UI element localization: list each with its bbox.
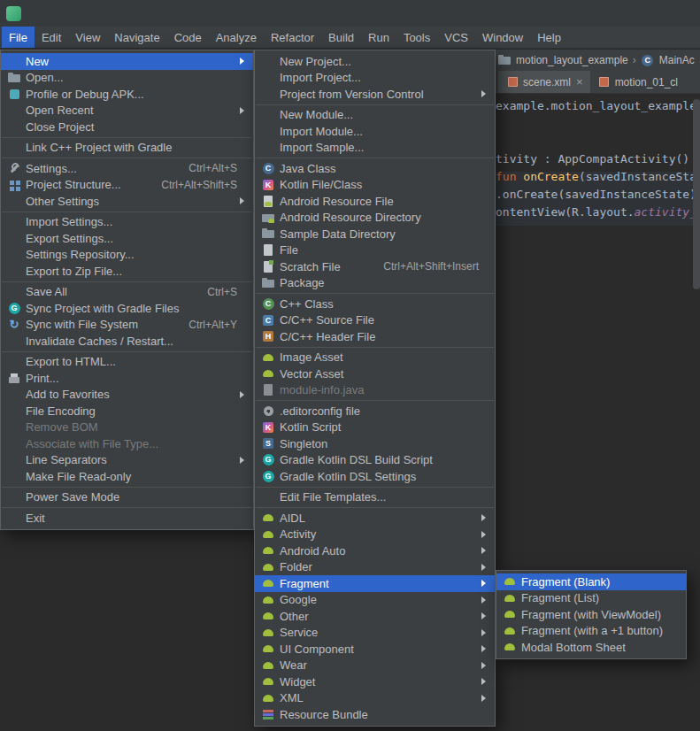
submenu-arrow-icon: [479, 564, 486, 571]
item-icon: [7, 248, 21, 262]
menu-item-label: Kotlin File/Class: [280, 178, 362, 191]
menu-item[interactable]: Close Project: [1, 119, 253, 135]
menu-item[interactable]: Fragment (Blank): [496, 573, 686, 590]
menu-item[interactable]: C/C++ Source File: [255, 312, 495, 329]
menubar-item[interactable]: VCS: [437, 27, 475, 48]
menu-item[interactable]: Remove BOM: [1, 419, 253, 436]
menu-item[interactable]: Edit File Templates...: [255, 489, 495, 506]
menu-item[interactable]: Widget: [255, 673, 495, 690]
menu-item[interactable]: Service: [255, 625, 495, 642]
scratch-icon: [261, 259, 275, 273]
menu-item[interactable]: AIDL: [255, 510, 495, 527]
editor-tab[interactable]: motion_01_cl: [590, 71, 690, 93]
menu-item[interactable]: Other Settings: [1, 193, 253, 210]
menu-item[interactable]: Package: [255, 275, 495, 292]
menu-item[interactable]: Activity: [255, 527, 495, 543]
menubar-item[interactable]: Window: [475, 27, 530, 48]
menu-item[interactable]: Link C++ Project with Gradle: [1, 140, 253, 157]
menu-item[interactable]: Sync Project with Gradle Files: [1, 300, 253, 317]
menu-item[interactable]: Kotlin File/Class: [255, 177, 495, 194]
breadcrumb-item[interactable]: MainAc: [659, 54, 695, 66]
menu-item[interactable]: module-info.java: [255, 382, 495, 399]
menu-item[interactable]: Profile or Debug APK...: [1, 86, 253, 103]
menu-item[interactable]: Invalidate Caches / Restart...: [1, 333, 253, 350]
menu-item[interactable]: Fragment: [255, 575, 495, 592]
menu-item[interactable]: UI Component: [255, 641, 495, 658]
menu-item[interactable]: Print...: [1, 370, 253, 387]
menu-item[interactable]: Scratch File Ctrl+Alt+Shift+Insert: [255, 258, 495, 275]
menu-item[interactable]: Sync with File System Ctrl+Alt+Y: [1, 317, 253, 334]
menu-item[interactable]: Folder: [255, 559, 495, 576]
menu-item[interactable]: Settings... Ctrl+Alt+S: [1, 160, 253, 177]
menu-item[interactable]: Open...: [1, 70, 253, 87]
menu-item[interactable]: Import Project...: [255, 70, 495, 87]
menu-item[interactable]: Modal Bottom Sheet: [496, 639, 686, 656]
menu-item[interactable]: Other: [255, 608, 495, 625]
submenu-arrow-icon: [479, 90, 486, 97]
menubar-item[interactable]: Edit: [35, 27, 68, 48]
menu-item[interactable]: Singleton: [255, 435, 495, 452]
scrollbar-thumb[interactable]: [693, 99, 700, 289]
menu-item[interactable]: Wear: [255, 658, 495, 674]
menu-item[interactable]: C/C++ Header File: [255, 328, 495, 345]
menubar-item[interactable]: Build: [321, 27, 361, 48]
editor-tab[interactable]: scene.xml ×: [498, 71, 590, 93]
menu-item[interactable]: Make File Read-only: [1, 468, 253, 485]
menu-item[interactable]: Import Settings...: [1, 214, 253, 231]
menu-item[interactable]: Android Auto: [255, 542, 495, 559]
menu-item[interactable]: Kotlin Script: [255, 419, 495, 436]
menu-item[interactable]: New Module...: [255, 107, 495, 124]
item-icon: [7, 264, 21, 278]
menu-item[interactable]: C++ Class: [255, 296, 495, 312]
menu-item[interactable]: Gradle Kotlin DSL Build Script: [255, 452, 495, 469]
menu-item[interactable]: Line Separators: [1, 452, 253, 469]
menu-item[interactable]: Fragment (List): [496, 590, 686, 607]
menu-item[interactable]: Power Save Mode: [1, 489, 253, 506]
editor-scrollbar[interactable]: [693, 94, 700, 731]
menu-item[interactable]: Save All Ctrl+S: [1, 284, 253, 301]
menu-item[interactable]: Image Asset: [255, 350, 495, 366]
menu-item[interactable]: Vector Asset: [255, 366, 495, 382]
menu-item[interactable]: New Project...: [255, 53, 495, 70]
menu-item[interactable]: Gradle Kotlin DSL Settings: [255, 468, 495, 485]
menu-item[interactable]: Android Resource File: [255, 193, 495, 210]
menu-item[interactable]: Project from Version Control: [255, 86, 495, 103]
menu-item[interactable]: New: [1, 53, 253, 70]
menu-item[interactable]: Google: [255, 592, 495, 609]
menubar-item[interactable]: Code: [167, 27, 209, 48]
menubar-item[interactable]: Run: [361, 27, 396, 48]
menu-item[interactable]: XML: [255, 690, 495, 707]
menu-item[interactable]: .editorconfig file: [255, 403, 495, 419]
menu-item[interactable]: Add to Favorites: [1, 387, 253, 404]
menu-item[interactable]: Import Sample...: [255, 140, 495, 157]
menubar-item[interactable]: Analyze: [209, 27, 264, 48]
menu-item[interactable]: File Encoding: [1, 403, 253, 419]
menubar-item[interactable]: Navigate: [107, 27, 166, 48]
menubar-item[interactable]: Refactor: [264, 27, 321, 48]
menu-item[interactable]: Exit: [1, 510, 253, 527]
code-token: fun: [496, 170, 523, 183]
menu-item[interactable]: Sample Data Directory: [255, 226, 495, 242]
menubar-item[interactable]: Tools: [396, 27, 437, 48]
menu-item[interactable]: File: [255, 242, 495, 259]
menubar-item[interactable]: View: [68, 27, 107, 48]
menubar-item[interactable]: File: [2, 27, 35, 48]
tab-close-icon[interactable]: ×: [576, 75, 583, 88]
menu-item[interactable]: Export to HTML...: [1, 354, 253, 371]
menu-item[interactable]: Export Settings...: [1, 230, 253, 247]
menu-item[interactable]: Settings Repository...: [1, 247, 253, 264]
menu-item[interactable]: Project Structure... Ctrl+Alt+Shift+S: [1, 177, 253, 194]
code-line: .onCreate(savedInstanceState): [496, 186, 693, 204]
menu-item[interactable]: Android Resource Directory: [255, 210, 495, 227]
menu-item[interactable]: Associate with File Type...: [1, 435, 253, 452]
menu-item[interactable]: Resource Bundle: [255, 706, 495, 723]
menu-item[interactable]: Import Module...: [255, 123, 495, 140]
menu-item[interactable]: Export to Zip File...: [1, 263, 253, 280]
breadcrumb-item[interactable]: motion_layout_example: [516, 54, 628, 66]
menu-item[interactable]: Java Class: [255, 160, 495, 177]
menu-item[interactable]: Open Recent: [1, 103, 253, 119]
menu-item[interactable]: Fragment (with ViewModel): [496, 606, 686, 623]
menu-item-label: XML: [280, 691, 304, 704]
menubar-item[interactable]: Help: [530, 27, 568, 48]
menu-item[interactable]: Fragment (with a +1 button): [496, 623, 686, 640]
